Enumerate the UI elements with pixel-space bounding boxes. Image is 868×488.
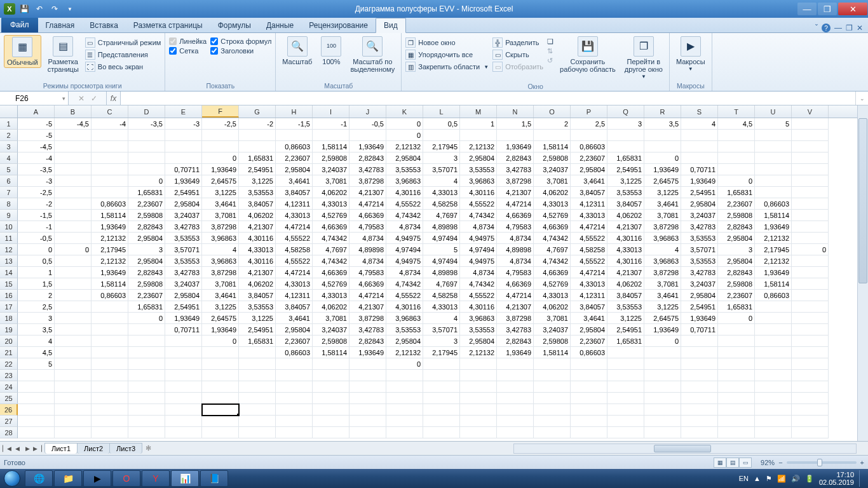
cell[interactable]: 2,12132 bbox=[92, 233, 128, 244]
cell[interactable] bbox=[276, 416, 313, 427]
cell[interactable]: 0,86603 bbox=[276, 347, 313, 358]
row-header[interactable]: 1 bbox=[0, 118, 18, 130]
cell[interactable]: 0 bbox=[644, 152, 681, 164]
cell[interactable] bbox=[681, 427, 718, 438]
workbook-close-icon[interactable]: ✕ bbox=[857, 24, 863, 32]
new-sheet-icon[interactable]: ✻ bbox=[142, 444, 155, 452]
cell[interactable] bbox=[202, 130, 239, 141]
cell[interactable]: 2,95804 bbox=[276, 164, 313, 175]
cell[interactable] bbox=[718, 370, 755, 381]
cell[interactable] bbox=[460, 358, 497, 370]
cell[interactable] bbox=[792, 210, 829, 221]
column-header[interactable]: G bbox=[239, 105, 276, 118]
cell[interactable]: 0 bbox=[55, 244, 92, 255]
cell[interactable] bbox=[644, 393, 681, 404]
cell[interactable]: 3,53553 bbox=[681, 233, 718, 244]
cell[interactable] bbox=[755, 427, 792, 438]
cell[interactable]: 1,93649 bbox=[92, 221, 128, 233]
cell[interactable]: 2,64575 bbox=[202, 175, 239, 187]
cell[interactable] bbox=[755, 324, 792, 336]
cell[interactable]: 0 bbox=[386, 118, 423, 130]
sheet-nav[interactable]: ▏◀◀▶▶▕ bbox=[0, 445, 44, 452]
cell[interactable]: -2,5 bbox=[18, 187, 55, 198]
save-workspace-button[interactable]: 💾Сохранить рабочую область bbox=[557, 35, 618, 74]
cell[interactable]: 3,53553 bbox=[386, 324, 423, 336]
cell[interactable]: 1,93649 bbox=[644, 164, 681, 175]
cell[interactable]: 4,47214 bbox=[571, 267, 607, 278]
cell[interactable]: 3,5 bbox=[644, 118, 681, 130]
cell[interactable] bbox=[607, 370, 644, 381]
cell[interactable]: 3,7081 bbox=[313, 175, 349, 187]
cell[interactable] bbox=[276, 427, 313, 438]
cell[interactable]: 1,93649 bbox=[497, 347, 534, 358]
cell[interactable]: 3,4641 bbox=[644, 290, 681, 301]
cell[interactable]: 0 bbox=[792, 244, 829, 255]
cell[interactable]: 3,42783 bbox=[497, 324, 534, 336]
cell[interactable]: 0 bbox=[386, 130, 423, 141]
cell[interactable] bbox=[755, 416, 792, 427]
cell[interactable]: 4,12311 bbox=[571, 290, 607, 301]
cell[interactable] bbox=[55, 164, 92, 175]
cell[interactable]: 3,7081 bbox=[313, 313, 349, 324]
row-header[interactable]: 2 bbox=[0, 130, 18, 141]
cell[interactable] bbox=[92, 336, 128, 347]
cell[interactable] bbox=[792, 221, 829, 233]
cell[interactable] bbox=[460, 370, 497, 381]
cell[interactable]: 1,58114 bbox=[313, 141, 349, 152]
cell[interactable] bbox=[92, 175, 128, 187]
cell[interactable]: 2,95804 bbox=[571, 324, 607, 336]
cell[interactable]: 4,74342 bbox=[313, 233, 349, 244]
cell[interactable] bbox=[792, 336, 829, 347]
cell[interactable] bbox=[792, 198, 829, 210]
cell[interactable]: 4,79583 bbox=[349, 267, 386, 278]
tab-formulas[interactable]: Формулы bbox=[210, 18, 259, 32]
cell[interactable]: 4,33013 bbox=[313, 290, 349, 301]
cell[interactable] bbox=[792, 404, 829, 416]
cell[interactable]: 4,94975 bbox=[460, 255, 497, 267]
cell[interactable]: 0,86603 bbox=[571, 141, 607, 152]
cell[interactable]: 3,7081 bbox=[534, 175, 571, 187]
cell[interactable]: 1,58114 bbox=[755, 278, 792, 290]
cell[interactable] bbox=[165, 141, 202, 152]
column-header[interactable]: L bbox=[423, 105, 460, 118]
row-header[interactable]: 18 bbox=[0, 313, 18, 324]
cell[interactable] bbox=[423, 393, 460, 404]
cell[interactable] bbox=[313, 370, 349, 381]
cell[interactable] bbox=[792, 416, 829, 427]
cell[interactable] bbox=[349, 358, 386, 370]
cell[interactable] bbox=[18, 404, 55, 416]
cell[interactable] bbox=[718, 358, 755, 370]
cell[interactable] bbox=[202, 393, 239, 404]
column-header[interactable]: H bbox=[276, 105, 313, 118]
cell[interactable]: 4,30116 bbox=[239, 255, 276, 267]
column-header[interactable]: I bbox=[313, 105, 349, 118]
volume-icon[interactable]: 🔊 bbox=[791, 475, 800, 483]
cell[interactable]: 3,53553 bbox=[460, 164, 497, 175]
cell[interactable]: 3,42783 bbox=[681, 221, 718, 233]
cell[interactable]: 1,93649 bbox=[165, 175, 202, 187]
taskbar-ie[interactable]: 🌐 bbox=[25, 470, 53, 487]
cell[interactable]: 3 bbox=[128, 244, 165, 255]
cell[interactable] bbox=[460, 404, 497, 416]
cell[interactable]: 4,30116 bbox=[386, 301, 423, 313]
cell[interactable]: 3,42783 bbox=[165, 267, 202, 278]
cell[interactable]: 3,87298 bbox=[349, 313, 386, 324]
cell[interactable]: 4,7697 bbox=[534, 244, 571, 255]
cell[interactable] bbox=[202, 347, 239, 358]
cell[interactable]: 3,84057 bbox=[239, 290, 276, 301]
cell[interactable] bbox=[792, 118, 829, 130]
cell[interactable]: 3,24037 bbox=[313, 324, 349, 336]
cell[interactable]: -4 bbox=[18, 152, 55, 164]
cell[interactable]: 4,47214 bbox=[349, 198, 386, 210]
column-header[interactable]: D bbox=[128, 105, 165, 118]
cell[interactable] bbox=[202, 358, 239, 370]
cell[interactable] bbox=[681, 358, 718, 370]
cell[interactable] bbox=[534, 404, 571, 416]
cell[interactable]: 4,33013 bbox=[276, 210, 313, 221]
cell[interactable] bbox=[534, 358, 571, 370]
cell[interactable] bbox=[128, 324, 165, 336]
sheet-tab[interactable]: Лист3 bbox=[109, 443, 142, 454]
cell[interactable]: 3,24037 bbox=[313, 164, 349, 175]
cell[interactable]: 5 bbox=[755, 118, 792, 130]
maximize-button[interactable]: ❐ bbox=[818, 3, 837, 15]
